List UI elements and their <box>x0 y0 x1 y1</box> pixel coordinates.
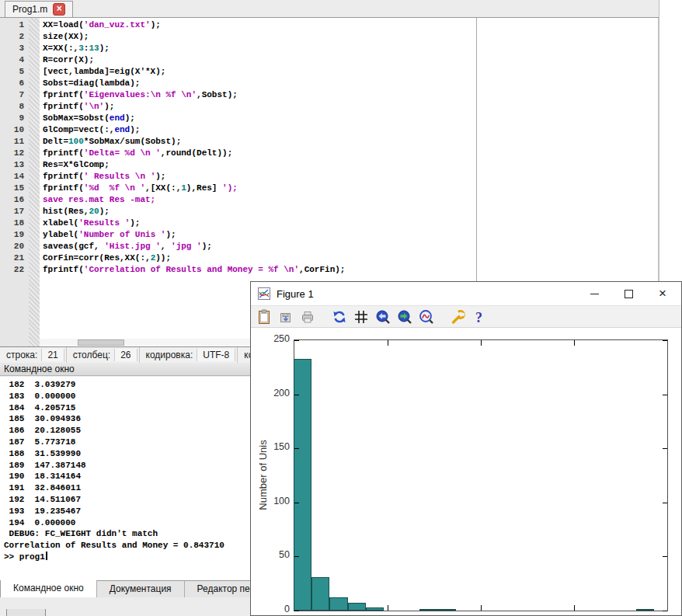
histogram-bar <box>636 609 654 611</box>
hscrollbar-thumb[interactable] <box>78 339 124 346</box>
y-axis-tick <box>294 611 299 611</box>
line-number: 3 <box>0 43 29 54</box>
code-token: fprintf( <box>43 183 84 193</box>
code-token: ,round(Delt)); <box>161 148 232 158</box>
code-token: end <box>110 113 125 123</box>
panel-tab-1[interactable]: Командное окно <box>0 580 97 598</box>
line-number: 15 <box>0 183 29 194</box>
figure-titlebar[interactable]: Figure 1 × <box>251 282 681 305</box>
histogram-bar <box>438 609 456 611</box>
figure-app-icon <box>258 287 270 300</box>
code-token: 'Number of Unis ' <box>78 230 165 239</box>
line-number: 4 <box>0 54 29 66</box>
close-icon: × <box>659 286 666 301</box>
maximize-button[interactable] <box>611 282 645 305</box>
panel-tab-2[interactable]: Документация <box>97 581 185 598</box>
y-axis-tick <box>294 448 299 449</box>
code-token: XX=load( <box>43 20 84 30</box>
code-token: SobMax=Sobst( <box>43 113 110 123</box>
code-token: '\n' <box>84 102 104 111</box>
code-token: Delt= <box>43 137 68 146</box>
code-line: ylabel('Number of Unis '); <box>43 229 475 241</box>
code-token: )); <box>155 253 171 263</box>
zoom-out-icon[interactable] <box>375 309 391 325</box>
code-line: fprintf('Eigenvalues:\n %f \n',Sobst); <box>43 89 475 101</box>
histogram-bar <box>329 597 347 611</box>
tab-prog1[interactable]: Prog1.m × <box>5 1 73 17</box>
svg-text:?: ? <box>475 309 482 325</box>
x-axis-tick <box>574 605 575 611</box>
help-icon[interactable]: ? <box>472 309 488 325</box>
code-token: '%d %f \n ' <box>84 183 145 193</box>
code-token: 3 <box>78 44 84 53</box>
save-figure-icon[interactable] <box>278 309 294 325</box>
close-tab-icon[interactable]: × <box>53 3 65 16</box>
histogram-axes <box>294 339 668 611</box>
line-number: 18 <box>0 218 29 229</box>
code-line: SobMax=Sobst(end); <box>43 113 475 124</box>
code-line: XX=load('dan_vuz.txt'); <box>43 19 475 31</box>
code-line: X=XX(:,3:13); <box>43 43 475 54</box>
figure-title: Figure 1 <box>277 288 314 300</box>
y-axis-tick <box>663 503 667 503</box>
code-token: [vect,lambda]=eig(X'*X); <box>43 67 165 76</box>
minimize-button[interactable] <box>577 282 611 305</box>
breakpoint-margin[interactable] <box>29 18 40 346</box>
y-axis-label: Number of Unis <box>257 413 270 538</box>
line-number: 6 <box>0 78 29 89</box>
y-axis-tick <box>663 556 667 557</box>
code-token: 20 <box>89 207 99 216</box>
figure-toolbar: ? <box>251 305 681 328</box>
grid-icon[interactable] <box>353 309 369 325</box>
code-token: end <box>114 125 130 134</box>
code-token: ),Res] <box>186 183 222 193</box>
tools-wrench-icon[interactable] <box>451 309 466 325</box>
code-token: 'Hist.jpg ' <box>104 242 161 251</box>
code-token: ); <box>99 44 110 53</box>
code-token: 13 <box>89 44 99 53</box>
code-token: ,Sobst); <box>197 90 238 99</box>
code-line: R=corr(X); <box>43 54 475 66</box>
code-token: fprintf( <box>43 265 84 274</box>
status-label: столбец: <box>73 350 110 360</box>
code-token: ); <box>130 218 140 228</box>
y-axis-tick <box>294 503 299 503</box>
y-tick-label: 50 <box>262 549 290 560</box>
code-token: ' Results \n ' <box>84 172 155 181</box>
histogram-bar <box>348 603 366 611</box>
line-number: 5 <box>0 66 29 78</box>
minimize-icon <box>590 294 599 294</box>
code-line: fprintf('Delta= %d \n ',round(Delt)); <box>43 148 475 159</box>
x-axis-tick <box>574 340 575 346</box>
code-token: *SobMax/sum(Sobst); <box>84 137 181 146</box>
close-button[interactable]: × <box>645 282 680 305</box>
resize-grip <box>6 609 46 616</box>
zoom-in-icon[interactable] <box>397 309 412 325</box>
y-axis-tick <box>663 611 667 611</box>
tab-title: Prog1.m <box>12 4 47 15</box>
y-axis-tick <box>294 556 299 557</box>
line-number: 9 <box>0 113 29 124</box>
y-axis-tick <box>663 395 667 395</box>
code-line: Sobst=diag(lambda); <box>43 78 475 89</box>
code-token: 'dan_vuz.txt' <box>84 20 151 30</box>
zoom-reset-icon[interactable] <box>419 309 434 325</box>
code-token: fprintf( <box>43 148 84 158</box>
print-icon[interactable] <box>300 309 315 325</box>
x-axis-tick <box>388 605 388 611</box>
code-line: fprintf('Correlation of Results and Mone… <box>43 264 475 276</box>
code-token: '); <box>222 183 238 193</box>
refresh-icon[interactable] <box>332 309 347 325</box>
code-token: R=corr(X); <box>43 55 94 64</box>
code-token: ); <box>151 20 161 30</box>
code-token: Res=X*GlComp; <box>43 160 110 169</box>
code-token: Sobst=diag(lambda); <box>43 78 140 88</box>
status-value: 26 <box>114 349 137 361</box>
code-token: 'Results ' <box>78 218 130 228</box>
figure-plot-canvas[interactable]: 050100150200250 Number of Unis <box>251 329 681 615</box>
code-token: 'Eigenvalues:\n %f \n' <box>84 90 197 99</box>
clipboard-icon[interactable] <box>256 309 272 325</box>
line-number: 10 <box>0 124 29 136</box>
code-line: fprintf(' Results \n '); <box>43 171 475 183</box>
x-axis-tick <box>481 605 482 611</box>
